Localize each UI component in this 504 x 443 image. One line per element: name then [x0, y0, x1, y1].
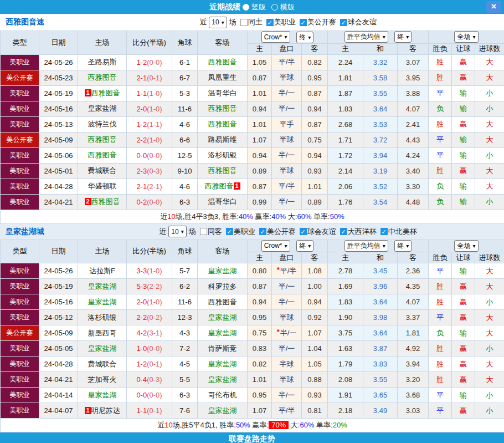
- team-title: 皇家盐湖城: [6, 227, 44, 237]
- avg-away-odds: 3.07: [398, 54, 429, 70]
- league-checkbox-1[interactable]: ✓: [259, 228, 266, 235]
- radio-portrait-label[interactable]: 竖版: [251, 2, 266, 12]
- halftime-score: (3-1): [147, 329, 162, 337]
- odds-company-select[interactable]: Crow*▾: [261, 31, 290, 43]
- results-table-seattle: 类型 日期 主场 比分(半场) 角球 客场 Crow*▾ 终▾ 胜平负均值▾ 终…: [0, 30, 504, 224]
- result-wdl: 胜: [429, 372, 452, 388]
- league-checkbox-4[interactable]: ✓: [380, 228, 388, 235]
- handicap-text: 半/一: [279, 282, 295, 291]
- league-checkbox-2[interactable]: ✓: [300, 228, 307, 235]
- fulltime-select[interactable]: 全场▾: [454, 240, 478, 252]
- halftime-score: (2-1): [147, 182, 162, 191]
- filter-bar: 近10▾场同客✓美职业✓美公开赛✓球会友谊✓大西洋杯✓中北美杯: [87, 226, 416, 237]
- home-team: 皇家盐湖: [78, 341, 127, 357]
- league-checkbox-2[interactable]: ✓: [340, 19, 347, 26]
- avg-select[interactable]: 胜平负均值▾: [344, 31, 388, 43]
- match-type: 美职业: [1, 403, 39, 419]
- close-icon[interactable]: ×: [486, 1, 501, 13]
- result-handicap: 输: [452, 85, 475, 101]
- odds-stage-select[interactable]: 终▾: [296, 240, 313, 252]
- match-date: 24-04-07: [39, 403, 78, 419]
- avg-select[interactable]: 胜平负均值▾: [344, 240, 388, 252]
- away-odds: 0.88: [302, 372, 328, 388]
- avg-away-odds: 3.30: [398, 179, 429, 194]
- halftime-score: (1-0): [147, 136, 162, 144]
- handicap-line: 半/一: [272, 147, 302, 163]
- league-checkbox-0[interactable]: ✓: [266, 19, 274, 26]
- odds-stage-select[interactable]: 终▾: [296, 32, 313, 43]
- match-row: 美职业24-04-071明尼苏达1-1(0-1)7-6皇家盐湖1.07平/半0.…: [1, 403, 504, 419]
- result-goals: 大: [475, 54, 504, 70]
- odds-company-select[interactable]: Crow*▾: [261, 240, 290, 252]
- match-date: 24-04-28: [39, 179, 78, 194]
- away-team: 西雅图音: [198, 54, 248, 70]
- avg-draw-odds: 3.94: [363, 147, 398, 163]
- away-team-name: 温哥华白: [208, 197, 237, 206]
- sub-header-handicap-result: 让球: [452, 43, 475, 54]
- avg-stage-select[interactable]: 终▾: [394, 240, 412, 252]
- match-row: 美公开赛24-05-09新墨西哥4-2(3-1)4-3皇家盐湖0.75*半/一1…: [1, 325, 504, 341]
- summary-segment-9: 50%: [330, 212, 344, 221]
- sub-header-odds-home: 主: [248, 43, 272, 54]
- corners: 11-6: [172, 294, 198, 310]
- sub-header-avg-draw: 和: [363, 252, 398, 263]
- match-count-select[interactable]: 10▾: [209, 17, 227, 28]
- score: 2-1(0-1): [127, 70, 172, 85]
- same-venue-checkbox[interactable]: [200, 228, 207, 235]
- corners: 7-2: [172, 341, 198, 357]
- match-count-select[interactable]: 10▾: [168, 226, 186, 237]
- away-odds: 0.81: [302, 403, 328, 419]
- fulltime-select[interactable]: 全场▾: [454, 31, 478, 43]
- same-venue-label: 同主: [248, 17, 263, 27]
- league-trend-link[interactable]: 联赛盘路走势: [0, 432, 504, 443]
- handicap-text: 平/半: [279, 58, 295, 66]
- col-header-corners: 角球: [172, 31, 198, 55]
- matches-suffix-label: 场: [189, 227, 196, 237]
- halftime-score: (0-2): [147, 313, 162, 322]
- league-checkbox-0[interactable]: ✓: [226, 228, 233, 235]
- chevron-down-icon: ▾: [406, 243, 409, 249]
- avg-draw-odds: 3.64: [363, 101, 398, 116]
- avg-away-odds: 3.03: [398, 403, 429, 419]
- avg-home-odds: 2.68: [328, 116, 363, 132]
- summary-segment-0: 近: [157, 421, 164, 429]
- chevron-down-icon: ▾: [383, 243, 385, 249]
- handicap-line: 半球: [272, 70, 302, 85]
- home-team: 皇家盐湖: [78, 101, 127, 116]
- radio-portrait[interactable]: [243, 4, 249, 11]
- league-checkbox-1[interactable]: ✓: [300, 19, 307, 26]
- away-team: 皇家盐湖: [198, 310, 248, 325]
- handicap-line: 半/一: [272, 194, 302, 210]
- recent-results-panel: 近期战绩 竖版 横版 × 西雅图音速 近10▾场同主✓美职业✓美公开赛✓球会友谊…: [0, 0, 504, 443]
- radio-landscape[interactable]: [271, 4, 278, 11]
- result-goals: 小: [475, 388, 504, 403]
- match-row: 美职业24-05-06西雅图音0-0(0-0)12-5洛杉矶银0.94半/一0.…: [1, 147, 504, 163]
- avg-away-odds: 3.95: [398, 70, 429, 85]
- same-venue-checkbox[interactable]: [240, 19, 248, 26]
- home-team-name: 皇家盐湖: [88, 282, 117, 291]
- result-wdl: 负: [429, 194, 452, 210]
- avg-home-odds: 3.75: [328, 325, 363, 341]
- match-row: 美职业24-05-12洛杉矶银2-2(0-2)12-3皇家盐湖0.95半球0.9…: [1, 310, 504, 325]
- home-odds: 0.89: [248, 163, 272, 179]
- home-odds: 0.99: [248, 194, 272, 210]
- league-checkbox-3[interactable]: ✓: [340, 228, 347, 235]
- result-wdl: 胜: [429, 163, 452, 179]
- chevron-down-icon: ▾: [284, 34, 287, 40]
- radio-landscape-label[interactable]: 横版: [280, 2, 295, 12]
- league-label-0: 美职业: [234, 227, 255, 237]
- match-row: 美职业24-04-14皇家盐湖0-0(0-0)6-3哥伦布机0.95半/一0.9…: [1, 388, 504, 403]
- matches-suffix-label: 场: [229, 17, 236, 27]
- match-date: 24-05-26: [39, 54, 78, 70]
- handicap-line: 平/半: [272, 179, 302, 194]
- avg-home-odds: 2.06: [328, 179, 363, 194]
- avg-stage-select[interactable]: 终▾: [394, 31, 412, 43]
- away-odds: 0.87: [302, 85, 328, 101]
- handicap-text: 半/一: [280, 329, 297, 337]
- summary-segment-1: 10: [164, 421, 172, 429]
- sub-header-odds-away: 客: [302, 252, 328, 263]
- col-header-date: 日期: [39, 240, 78, 263]
- matches-prefix-label: 近: [199, 17, 207, 27]
- home-odds: 1.01: [248, 85, 272, 101]
- away-team: 皇家盐湖: [198, 325, 248, 341]
